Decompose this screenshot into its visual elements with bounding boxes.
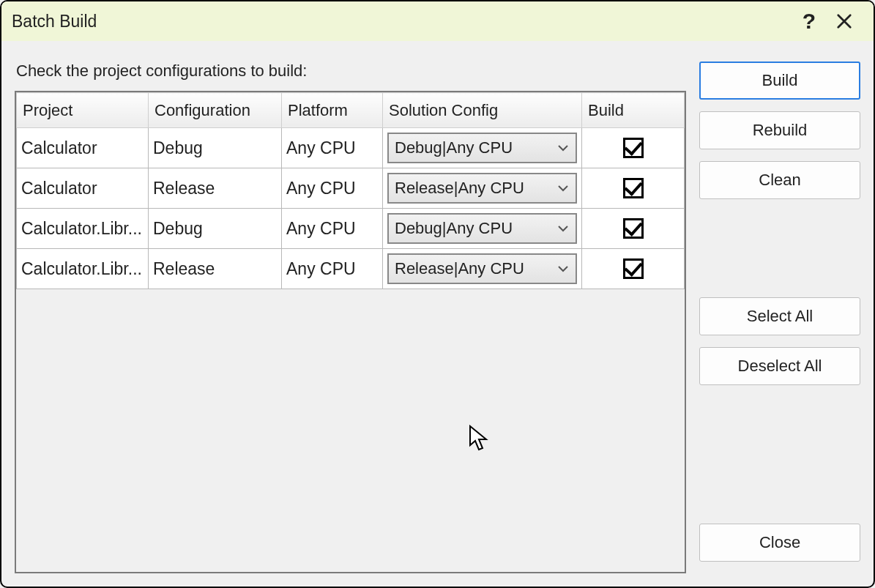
col-header-platform[interactable]: Platform [282, 93, 383, 128]
cell-build [582, 168, 685, 209]
build-checkbox[interactable] [623, 218, 644, 239]
cell-build [582, 209, 685, 249]
cell-project: Calculator [17, 168, 149, 209]
cell-platform: Any CPU [282, 128, 383, 168]
cell-configuration: Release [149, 249, 282, 289]
table-row: Calculator Release Any CPU Release|Any C… [17, 168, 685, 209]
deselect-all-button[interactable]: Deselect All [699, 347, 860, 385]
dropdown-label: Release|Any CPU [395, 259, 556, 278]
cell-solution-config: Release|Any CPU [383, 249, 582, 289]
col-header-project[interactable]: Project [17, 93, 149, 128]
solution-config-dropdown[interactable]: Release|Any CPU [387, 253, 577, 284]
cell-build [582, 128, 685, 168]
cell-solution-config: Release|Any CPU [383, 168, 582, 209]
col-header-solution-config[interactable]: Solution Config [383, 93, 582, 128]
chevron-down-icon [556, 265, 570, 272]
cell-solution-config: Debug|Any CPU [383, 128, 582, 168]
select-all-button[interactable]: Select All [699, 297, 860, 335]
dialog-body: Check the project configurations to buil… [1, 41, 874, 587]
cell-project: Calculator.Libr... [17, 209, 149, 249]
table-header-row: Project Configuration Platform Solution … [17, 93, 685, 128]
chevron-down-icon [556, 225, 570, 232]
cell-platform: Any CPU [282, 168, 383, 209]
col-header-configuration[interactable]: Configuration [149, 93, 282, 128]
build-button[interactable]: Build [699, 62, 860, 100]
instruction-label: Check the project configurations to buil… [15, 62, 686, 81]
cell-solution-config: Debug|Any CPU [383, 209, 582, 249]
solution-config-dropdown[interactable]: Release|Any CPU [387, 173, 577, 204]
close-button[interactable]: Close [699, 524, 860, 562]
cell-platform: Any CPU [282, 209, 383, 249]
cell-platform: Any CPU [282, 249, 383, 289]
rebuild-button[interactable]: Rebuild [699, 111, 860, 149]
left-panel: Check the project configurations to buil… [15, 62, 686, 573]
help-icon[interactable]: ? [792, 9, 827, 34]
cell-project: Calculator [17, 128, 149, 168]
cell-configuration: Debug [149, 209, 282, 249]
dropdown-label: Debug|Any CPU [395, 138, 556, 157]
col-header-build[interactable]: Build [582, 93, 685, 128]
dropdown-label: Debug|Any CPU [395, 219, 556, 238]
right-button-panel: Build Rebuild Clean Select All Deselect … [699, 62, 860, 573]
cell-project: Calculator.Libr... [17, 249, 149, 289]
build-checkbox[interactable] [623, 178, 644, 198]
table-row: Calculator Debug Any CPU Debug|Any CPU [17, 128, 685, 168]
chevron-down-icon [556, 144, 570, 152]
table-row: Calculator.Libr... Release Any CPU Relea… [17, 249, 685, 289]
cell-build [582, 249, 685, 289]
batch-build-dialog: Batch Build ? Check the project configur… [0, 0, 875, 588]
build-checkbox[interactable] [623, 138, 644, 158]
cell-configuration: Debug [149, 128, 282, 168]
close-icon[interactable] [827, 13, 862, 29]
solution-config-dropdown[interactable]: Debug|Any CPU [387, 213, 577, 244]
table-row: Calculator.Libr... Debug Any CPU Debug|A… [17, 209, 685, 249]
clean-button[interactable]: Clean [699, 161, 860, 199]
dropdown-label: Release|Any CPU [395, 179, 556, 198]
chevron-down-icon [556, 185, 570, 192]
build-checkbox[interactable] [623, 258, 644, 279]
dialog-title: Batch Build [12, 12, 792, 31]
solution-config-dropdown[interactable]: Debug|Any CPU [387, 133, 577, 163]
cell-configuration: Release [149, 168, 282, 209]
config-grid: Project Configuration Platform Solution … [15, 91, 686, 573]
titlebar: Batch Build ? [1, 1, 874, 41]
